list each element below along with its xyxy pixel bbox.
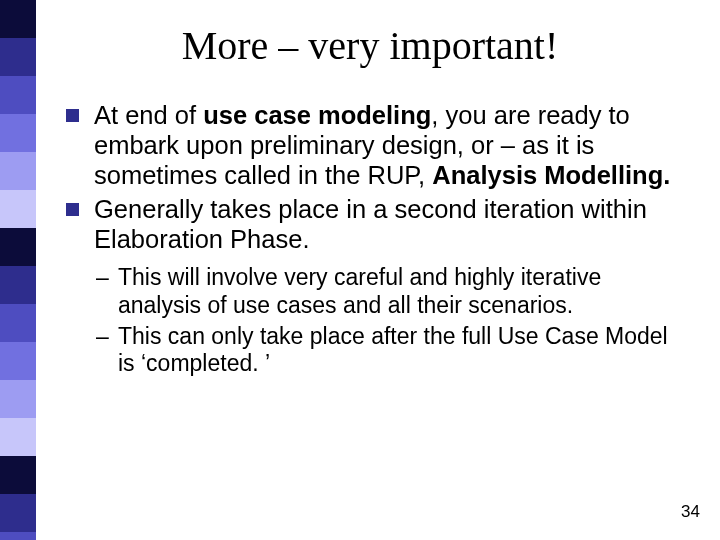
- sidebar-block: [0, 266, 36, 304]
- slide-content: At end of use case modeling, you are rea…: [66, 100, 676, 381]
- sidebar-block: [0, 380, 36, 418]
- sub-bullet-item: This can only take place after the full …: [96, 323, 676, 377]
- bullet-item: At end of use case modeling, you are rea…: [66, 100, 676, 190]
- sidebar-block: [0, 152, 36, 190]
- sidebar-block: [0, 418, 36, 456]
- slide-title: More – very important!: [50, 22, 690, 69]
- sidebar-block: [0, 114, 36, 152]
- sidebar-block: [0, 0, 36, 38]
- sidebar-block: [0, 342, 36, 380]
- bullet-bold: Analysis Modelling.: [432, 161, 670, 189]
- sidebar-block: [0, 38, 36, 76]
- decorative-sidebar: [0, 0, 36, 540]
- sidebar-block: [0, 190, 36, 228]
- bullet-item: Generally takes place in a second iterat…: [66, 194, 676, 254]
- sidebar-block: [0, 532, 36, 540]
- sub-bullet-item: This will involve very careful and highl…: [96, 264, 676, 318]
- bullet-bold: use case modeling: [203, 101, 431, 129]
- sidebar-block: [0, 228, 36, 266]
- bullet-text: At end of: [94, 101, 203, 129]
- sidebar-block: [0, 456, 36, 494]
- sidebar-block: [0, 494, 36, 532]
- page-number: 34: [681, 502, 700, 522]
- bullet-text: Generally takes place in a second iterat…: [94, 195, 647, 253]
- sidebar-block: [0, 304, 36, 342]
- sidebar-block: [0, 76, 36, 114]
